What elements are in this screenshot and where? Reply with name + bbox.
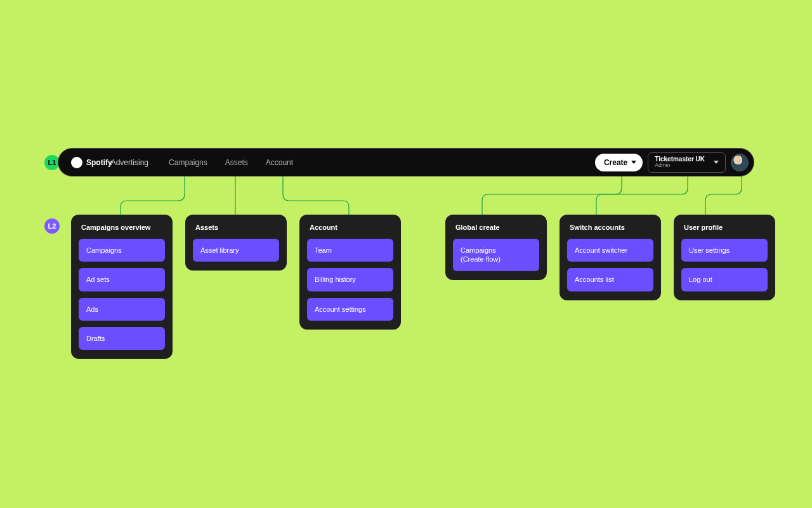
panel-item[interactable]: Asset library <box>193 239 279 262</box>
panel-item[interactable]: Campaigns (Create flow) <box>453 239 539 271</box>
avatar[interactable] <box>731 154 749 171</box>
create-button[interactable]: Create <box>595 154 643 171</box>
panel: Global createCampaigns (Create flow) <box>445 215 547 280</box>
account-switcher-pill[interactable]: Ticketmaster UK Admin <box>648 152 726 173</box>
panel-item[interactable]: Ad sets <box>79 268 165 291</box>
panel: User profileUser settingsLog out <box>674 215 775 300</box>
l2-badge: L2 <box>44 218 60 234</box>
nav-assets[interactable]: Assets <box>225 158 248 167</box>
panel-item[interactable]: Accounts list <box>567 268 653 291</box>
brand-subtitle: Advertising <box>111 158 148 167</box>
chevron-down-icon <box>631 161 636 164</box>
account-role: Admin <box>655 163 705 169</box>
panel-title: User profile <box>681 224 768 231</box>
nav-account[interactable]: Account <box>266 158 293 167</box>
panel-item[interactable]: Log out <box>681 268 768 291</box>
l2-panels: Campaigns overviewCampaignsAd setsAdsDra… <box>71 215 775 359</box>
panel: Campaigns overviewCampaignsAd setsAdsDra… <box>71 215 173 359</box>
chevron-down-icon <box>714 161 719 164</box>
panel: AssetsAsset library <box>185 215 287 271</box>
panel-title: Account <box>307 224 393 231</box>
panel-title: Assets <box>193 224 279 231</box>
nav-links: Campaigns Assets Account <box>169 158 293 167</box>
panel: AccountTeamBilling historyAccount settin… <box>299 215 401 330</box>
nav-campaigns[interactable]: Campaigns <box>169 158 207 167</box>
panel-item[interactable]: Drafts <box>79 327 165 350</box>
panel-item[interactable]: Campaigns <box>79 239 165 262</box>
brand-logo[interactable]: SpotifyAdvertising <box>71 157 148 168</box>
panel-title: Switch accounts <box>567 224 653 231</box>
top-navbar: SpotifyAdvertising Campaigns Assets Acco… <box>58 148 754 177</box>
panel-item[interactable]: Team <box>307 239 393 262</box>
spotify-icon <box>71 157 82 168</box>
panel-title: Global create <box>453 224 539 231</box>
panel-item[interactable]: Billing history <box>307 268 393 291</box>
create-label: Create <box>604 158 627 167</box>
panel-item[interactable]: Account settings <box>307 298 393 321</box>
brand-name: Spotify <box>86 158 112 167</box>
panel-title: Campaigns overview <box>79 224 165 231</box>
panel-item[interactable]: Account switcher <box>567 239 653 262</box>
panel-item[interactable]: User settings <box>681 239 768 262</box>
panel: Switch accountsAccount switcherAccounts … <box>560 215 661 300</box>
panel-item[interactable]: Ads <box>79 298 165 321</box>
